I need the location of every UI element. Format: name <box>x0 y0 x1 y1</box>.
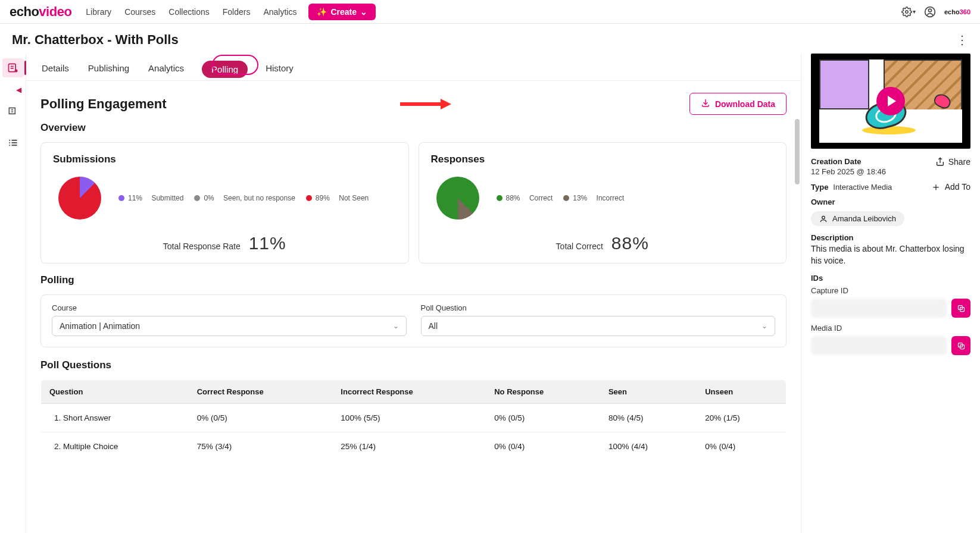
overview-heading: Overview <box>40 122 787 134</box>
course-label: Course <box>52 303 407 312</box>
video-thumbnail[interactable] <box>811 54 970 149</box>
page-title: Mr. Chatterbox - With Polls <box>12 32 179 48</box>
poll-question-value: All <box>429 321 438 331</box>
th-incorrect: Incorrect Response <box>332 380 486 404</box>
table-header-row: Question Correct Response Incorrect Resp… <box>41 380 787 404</box>
nav-right: ▾ echo360 <box>901 6 970 18</box>
svg-point-18 <box>822 216 825 219</box>
creation-date-label: Creation Date <box>811 157 886 166</box>
download-label: Download Data <box>715 99 775 109</box>
owner-label: Owner <box>811 197 970 206</box>
submissions-title: Submissions <box>53 153 397 165</box>
poll-questions-table: Question Correct Response Incorrect Resp… <box>40 380 787 461</box>
media-id-label: Media ID <box>811 324 970 333</box>
tab-details[interactable]: Details <box>40 58 70 80</box>
svg-point-2 <box>928 9 931 12</box>
scrollbar[interactable] <box>795 119 800 184</box>
tab-history[interactable]: History <box>264 58 295 80</box>
owner-pill[interactable]: Amanda Leibovich <box>811 211 904 226</box>
chevron-down-icon: ⌄ <box>360 7 367 17</box>
description-label: Description <box>811 233 970 242</box>
cell: 75% (3/4) <box>189 432 333 461</box>
legend-item: 89% Not Seen <box>306 194 369 202</box>
filters: Course Animation | Animation ⌄ Poll Ques… <box>40 294 787 347</box>
responses-total: Total Correct 88% <box>431 233 775 253</box>
copy-icon <box>957 304 966 313</box>
copy-icon <box>957 341 966 350</box>
title-bar: Mr. Chatterbox - With Polls ⋮ <box>0 24 980 54</box>
tab-publishing[interactable]: Publishing <box>87 58 130 80</box>
copy-capture-id-button[interactable] <box>951 299 970 318</box>
description-text: This media is about Mr. Chatterbox losin… <box>811 243 970 266</box>
cell: 2. Multiple Choice <box>41 432 189 461</box>
right-pane: Creation Date 12 Feb 2025 @ 18:46 Share … <box>801 54 980 533</box>
table-row[interactable]: 2. Multiple Choice 75% (3/4) 25% (1/4) 0… <box>41 432 787 461</box>
logo[interactable]: echovideo <box>10 4 71 20</box>
copy-media-id-button[interactable] <box>951 336 970 355</box>
center-pane: Details Publishing Analytics Polling His… <box>26 54 801 533</box>
tabs: Details Publishing Analytics Polling His… <box>26 54 801 81</box>
legend-item: 13% Incorrect <box>563 194 624 202</box>
nav-folders[interactable]: Folders <box>223 7 251 17</box>
rail-media-icon[interactable] <box>2 58 24 77</box>
rail-transcript-icon[interactable] <box>2 102 24 121</box>
capture-id-field[interactable] <box>811 299 947 318</box>
responses-legend: 88% Correct 13% Incorrect <box>497 194 625 202</box>
play-icon[interactable] <box>876 87 905 115</box>
poll-question-select[interactable]: All ⌄ <box>421 316 776 336</box>
person-icon <box>819 215 828 223</box>
owner-name: Amanda Leibovich <box>832 214 896 223</box>
cell: 0% (0/4) <box>697 432 786 461</box>
download-data-button[interactable]: Download Data <box>689 93 787 115</box>
section-heading: Polling Engagement <box>40 96 166 112</box>
th-noresponse: No Response <box>486 380 600 404</box>
svg-point-6 <box>14 70 17 73</box>
poll-question-label: Poll Question <box>421 303 776 312</box>
cell: 0% (0/4) <box>486 432 600 461</box>
type-value: Interactive Media <box>833 183 892 192</box>
cell: 80% (4/5) <box>600 404 697 432</box>
rail-list-icon[interactable] <box>2 133 24 152</box>
cell: 25% (1/4) <box>332 432 486 461</box>
logo-video: video <box>39 4 71 19</box>
share-button[interactable]: Share <box>935 157 970 167</box>
side-rail: ◀ <box>0 54 26 533</box>
nav-links: Library Courses Collections Folders Anal… <box>86 7 297 17</box>
legend-item: 11% Submitted <box>118 194 183 202</box>
svg-marker-14 <box>441 99 451 109</box>
tab-analytics[interactable]: Analytics <box>147 58 185 80</box>
create-button[interactable]: ✨ Create ⌄ <box>308 4 376 20</box>
brand-tiny: echo360 <box>944 8 970 15</box>
annotation-arrow <box>398 98 451 111</box>
download-icon <box>701 98 710 109</box>
tab-polling[interactable]: Polling <box>202 61 248 78</box>
table-row[interactable]: 1. Short Answer 0% (0/5) 100% (5/5) 0% (… <box>41 404 787 432</box>
rail-collapse-icon[interactable]: ◀ <box>16 86 21 94</box>
nav-analytics[interactable]: Analytics <box>263 7 297 17</box>
responses-title: Responses <box>431 153 775 165</box>
course-select[interactable]: Animation | Animation ⌄ <box>52 316 407 336</box>
legend-item: 0% Seen, but no response <box>194 194 295 202</box>
user-icon[interactable] <box>924 6 936 18</box>
submissions-total: Total Response Rate 11% <box>53 233 397 253</box>
submissions-legend: 11% Submitted 0% Seen, but no response 8… <box>118 194 369 202</box>
ids-label: IDs <box>811 274 970 283</box>
nav-library[interactable]: Library <box>86 7 111 17</box>
settings-icon[interactable]: ▾ <box>901 7 916 17</box>
responses-card: Responses 88% Correct 13% Incorrect <box>419 142 787 264</box>
creation-date-value: 12 Feb 2025 @ 18:46 <box>811 167 886 176</box>
nav-collections[interactable]: Collections <box>168 7 209 17</box>
kebab-menu-icon[interactable]: ⋮ <box>956 33 968 47</box>
th-seen: Seen <box>600 380 697 404</box>
nav-courses[interactable]: Courses <box>124 7 155 17</box>
chevron-down-icon: ⌄ <box>761 322 767 330</box>
course-value: Animation | Animation <box>60 321 140 331</box>
capture-id-label: Capture ID <box>811 286 970 295</box>
media-id-field[interactable] <box>811 336 947 355</box>
chevron-down-icon: ⌄ <box>393 322 399 330</box>
responses-pie-chart <box>431 171 485 225</box>
scroll-area[interactable]: Polling Engagement Download Data Overvie… <box>26 81 801 533</box>
wand-icon: ✨ <box>317 7 327 17</box>
add-to-button[interactable]: ＋ Add To <box>931 182 970 192</box>
svg-point-0 <box>906 10 909 13</box>
